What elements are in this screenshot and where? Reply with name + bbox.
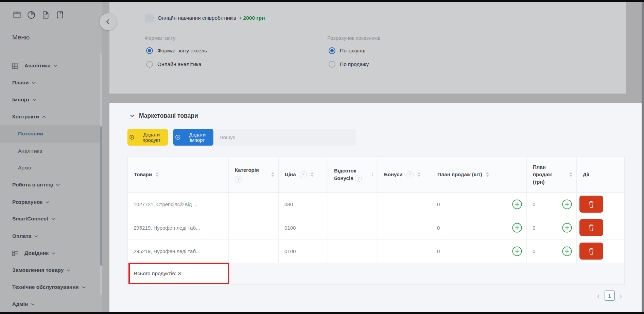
radio-unselected-icon[interactable] xyxy=(329,61,335,68)
add-plan-uah-button[interactable] xyxy=(562,246,572,256)
sidebar-item-payment[interactable]: Оплата xyxy=(0,227,100,245)
trash-icon xyxy=(588,224,595,232)
sidebar-subitem-current[interactable]: Поточний xyxy=(0,125,100,143)
book-icon[interactable] xyxy=(55,10,65,20)
section-title: Маркетовані товари xyxy=(139,112,198,119)
add-plan-qty-button[interactable] xyxy=(512,199,522,209)
chevron-down-icon xyxy=(33,99,36,101)
products-table: Товари Категорія ? Ціна ? xyxy=(127,156,625,285)
chevron-up-icon xyxy=(42,116,46,118)
sidebar-collapse-button[interactable] xyxy=(100,13,117,30)
table-footer: Всього продуктів: 3 xyxy=(128,263,624,284)
document-icon[interactable] xyxy=(41,10,50,20)
add-product-button[interactable]: Додати продукт xyxy=(127,129,168,146)
sidebar-item-contracts[interactable]: Контракти xyxy=(0,108,100,126)
sidebar-item-plans[interactable]: Плани xyxy=(0,74,100,92)
sidebar-item-maintenance[interactable]: Технічне обслуговування xyxy=(0,278,100,296)
help-icon[interactable]: ? xyxy=(355,175,362,182)
sidebar-scrollbar-thumb[interactable] xyxy=(100,126,102,266)
sidebar-item-import[interactable]: Імпорт xyxy=(0,91,100,109)
add-plan-uah-button[interactable] xyxy=(562,223,572,233)
chevron-down-icon xyxy=(67,269,70,271)
pagination-page-1[interactable]: 1 xyxy=(605,291,615,301)
radio-selected-icon[interactable] xyxy=(146,47,153,54)
add-plan-uah-button[interactable] xyxy=(562,199,572,209)
section-collapse-toggle[interactable]: Маркетовані товари xyxy=(130,112,198,119)
th-price[interactable]: Ціна ? xyxy=(279,157,328,192)
cell-category xyxy=(229,193,279,216)
sort-icon[interactable] xyxy=(486,172,489,177)
sort-icon[interactable] xyxy=(417,172,420,177)
help-icon[interactable]: ? xyxy=(300,171,307,178)
radio-selected-icon[interactable] xyxy=(329,47,335,54)
sort-icon[interactable] xyxy=(311,172,314,177)
contract-settings-card: Онлайн навчання співробітників + 2000 гр… xyxy=(109,2,626,94)
delete-row-button[interactable] xyxy=(579,243,603,260)
th-plan-uah[interactable]: План продаж (грн) xyxy=(527,157,577,192)
cell-actions xyxy=(577,216,624,239)
add-import-button[interactable]: Додати імпорт xyxy=(173,129,213,146)
pie-chart-icon[interactable] xyxy=(27,10,36,20)
search-input[interactable] xyxy=(214,129,356,146)
cell-product-name: 295219, Нурофен леді таб... xyxy=(128,216,229,239)
plus-circle-icon xyxy=(175,134,180,140)
sort-icon[interactable] xyxy=(156,172,159,177)
cell-price: 0100 xyxy=(279,216,328,239)
radio-report-format-excel[interactable]: Формат звіту ексель xyxy=(146,46,207,55)
delete-row-button[interactable] xyxy=(579,196,603,213)
trash-icon xyxy=(588,200,595,208)
cell-plan-uah: 0 xyxy=(527,193,577,216)
report-format-group-label: Формат звіту xyxy=(145,35,175,41)
radio-by-sales[interactable]: По продажу xyxy=(329,60,369,69)
cell-plan-qty: 0 xyxy=(431,239,527,263)
th-bonuses[interactable]: Бонуси ? xyxy=(378,157,431,192)
sidebar-item-calculation[interactable]: Розрахунок xyxy=(0,193,100,211)
sidebar-item-directory[interactable]: Довідник xyxy=(0,244,100,262)
cell-actions xyxy=(577,239,624,263)
th-category[interactable]: Категорія ? xyxy=(229,157,279,192)
cell-product-name: 295219, Нурофен леді таб... xyxy=(128,239,229,263)
chevron-down-icon xyxy=(56,184,60,186)
add-plan-qty-button[interactable] xyxy=(512,223,522,233)
sort-icon[interactable] xyxy=(371,172,373,177)
sidebar-item-pharmacy-work[interactable]: Робота в аптеці xyxy=(0,176,100,194)
chevron-down-icon xyxy=(34,235,38,237)
online-training-checkbox[interactable] xyxy=(145,14,154,22)
sidebar: Меню Аналітика Плани Імпорт Контракти xyxy=(0,2,102,312)
chevron-down-icon xyxy=(52,252,55,254)
sidebar-item-admin[interactable]: Адмін xyxy=(0,295,100,313)
radio-by-purchase[interactable]: По закупці xyxy=(329,46,365,55)
online-training-label: Онлайн навчання співробітників xyxy=(158,15,236,21)
cell-bonus-percent xyxy=(328,216,378,239)
trash-icon xyxy=(588,247,595,255)
app-screen: Меню Аналітика Плани Імпорт Контракти xyxy=(0,0,644,314)
sidebar-subitem-archive[interactable]: Архів xyxy=(0,159,100,177)
pagination-next-icon[interactable]: › xyxy=(620,292,622,300)
th-bonus-percent[interactable]: Відсоток бонусів ? xyxy=(328,157,378,192)
sort-icon[interactable] xyxy=(569,172,572,177)
sidebar-item-analytics[interactable]: Аналітика xyxy=(0,57,100,75)
help-icon[interactable]: ? xyxy=(406,171,414,178)
cell-plan-uah: 0 xyxy=(527,216,577,239)
cell-plan-qty: 0 xyxy=(431,193,527,216)
th-actions: Дії xyxy=(577,157,624,192)
radio-online-analytics[interactable]: Онлайн аналітика xyxy=(146,60,202,69)
chevron-down-icon xyxy=(130,114,135,117)
th-plan-qty[interactable]: План продаж (шт) xyxy=(431,157,527,192)
add-plan-qty-button[interactable] xyxy=(512,246,522,256)
radio-unselected-icon[interactable] xyxy=(146,61,153,68)
table-header-row: Товари Категорія ? Ціна ? xyxy=(128,157,624,193)
browser-scrollbar[interactable] xyxy=(642,2,644,312)
sort-icon[interactable] xyxy=(271,172,274,177)
cell-bonuses xyxy=(378,239,431,263)
sidebar-item-goods-order[interactable]: Замовлення товару xyxy=(0,261,100,279)
archive-box-icon[interactable] xyxy=(12,10,22,20)
pagination-prev-icon[interactable]: ‹ xyxy=(597,292,599,300)
delete-row-button[interactable] xyxy=(579,219,603,236)
th-products[interactable]: Товари xyxy=(128,157,229,192)
cell-bonus-percent xyxy=(328,193,378,216)
help-icon[interactable]: ? xyxy=(235,176,242,183)
sidebar-subitem-analytics[interactable]: Аналітика xyxy=(0,142,100,160)
sidebar-item-smartconnect[interactable]: SmartConnect xyxy=(0,210,100,228)
cell-bonuses xyxy=(378,216,431,239)
